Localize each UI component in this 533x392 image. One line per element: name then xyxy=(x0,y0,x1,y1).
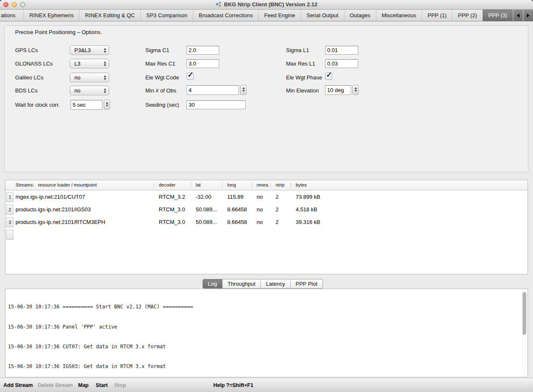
tab-observations-truncated[interactable]: ations xyxy=(0,10,24,21)
header-separator xyxy=(270,182,271,188)
tab-serial-output[interactable]: Serial Output xyxy=(301,10,344,21)
tab-ppp-3[interactable]: PPP (3) xyxy=(483,10,513,21)
cell-ntrip: 2 xyxy=(276,203,278,216)
header-separator xyxy=(191,182,191,188)
check-icon: ✓ xyxy=(326,70,332,79)
check-icon: ✓ xyxy=(187,70,194,79)
bnc-window: BKG Ntrip Client (BNC) Version 2.12 atio… xyxy=(0,0,533,392)
cell-decoder: RTCM_3.0 xyxy=(159,216,185,229)
wait-clock-input[interactable] xyxy=(71,100,102,110)
cell-ntrip: 2 xyxy=(276,191,278,203)
ppp-options-panel: Precise Point Positioning – Options. GPS… xyxy=(4,25,528,172)
log-text: 15-06-30 10:17:36 ========== Start BNC v… xyxy=(8,291,520,377)
cell-bytes: 4.518 kB xyxy=(296,203,317,216)
gps-lcs-label: GPS LCs xyxy=(15,45,38,55)
delete-stream-button: Delete Stream xyxy=(38,378,73,392)
tab-sp3-comparison[interactable]: SP3 Comparison xyxy=(140,10,193,21)
table-row[interactable]: 3 products.igs-ip.net:2101/RTCM3EPH RTCM… xyxy=(5,216,528,229)
header-separator xyxy=(154,182,154,188)
cell-decoder: RTCM_3.0 xyxy=(159,203,185,216)
tab-outages[interactable]: Outages xyxy=(344,10,376,21)
ele-wgt-code-checkbox[interactable]: ✓ xyxy=(186,73,194,80)
row-number[interactable]: 3 xyxy=(6,217,13,227)
gps-lcs-dropdown[interactable]: P3&L3 xyxy=(70,45,109,55)
min-elevation-spinner[interactable] xyxy=(352,85,359,95)
row-number[interactable]: 2 xyxy=(6,205,13,215)
header-lat: lat xyxy=(196,180,201,189)
cell-long: 8.66458 xyxy=(227,203,247,216)
cell-mountpoint: products.igs-ip.net:2101/RTCM3EPH xyxy=(16,216,105,229)
table-row[interactable]: 2 products.igs-ip.net:2101/IGS03 RTCM_3.… xyxy=(5,203,528,216)
tab-broadcast-corrections[interactable]: Broadcast Corrections xyxy=(193,10,258,21)
cell-long: 115.89 xyxy=(227,191,244,203)
cell-nmea: no xyxy=(257,191,263,203)
gps-lcs-value: P3&L3 xyxy=(74,46,91,55)
map-button[interactable]: Map xyxy=(78,378,89,392)
galileo-lcs-label: Galileo LCs xyxy=(15,73,43,82)
tab-rinex-ephemeris[interactable]: RINEX Ephemeris xyxy=(24,10,79,21)
tab-log[interactable]: Log xyxy=(203,279,222,288)
cell-bytes: 39.316 kB xyxy=(296,216,320,229)
log-output[interactable]: 15-06-30 10:17:36 ========== Start BNC v… xyxy=(5,289,528,377)
help-shortcut-label: Help ?=Shift+F1 xyxy=(213,378,253,392)
min-elevation-input[interactable] xyxy=(325,85,351,95)
header-mountpoint: Streams: resource loader / mountpoint xyxy=(16,180,97,189)
log-scrollbar-thumb[interactable] xyxy=(522,292,526,335)
galileo-lcs-dropdown[interactable]: no xyxy=(70,73,109,82)
tab-scroll-right-button[interactable] xyxy=(523,10,533,21)
glonass-lcs-label: GLONASS LCs xyxy=(15,59,53,68)
bds-lcs-label: BDS LCs xyxy=(15,86,37,95)
max-res-l1-label: Max Res L1 xyxy=(286,59,315,68)
app-icon xyxy=(215,1,222,8)
tab-scroll-left-button[interactable] xyxy=(513,10,523,21)
max-res-c1-input[interactable] xyxy=(186,59,219,68)
tab-miscellaneous[interactable]: Miscellaneous xyxy=(376,10,422,21)
cell-bytes: 73.899 kB xyxy=(296,191,320,203)
seeding-input[interactable] xyxy=(186,100,246,109)
sigma-l1-input[interactable] xyxy=(325,46,358,55)
tab-ppp-2[interactable]: PPP (2) xyxy=(452,10,482,21)
streams-table: Streams: resource loader / mountpoint de… xyxy=(5,180,528,274)
cell-nmea: no xyxy=(257,216,263,229)
bds-lcs-dropdown[interactable]: no xyxy=(70,86,109,95)
updown-arrows-icon xyxy=(104,61,106,66)
tab-throughput[interactable]: Throughput xyxy=(222,279,261,288)
start-button[interactable]: Start xyxy=(96,378,108,392)
min-obs-label: Min # of Obs xyxy=(145,86,176,95)
main-tab-bar: ations RINEX Ephemeris RINEX Editing & Q… xyxy=(0,10,533,21)
updown-arrows-icon xyxy=(242,87,245,92)
tab-scrollers xyxy=(513,10,533,21)
min-obs-input[interactable] xyxy=(186,85,239,95)
header-ntrip: ntrip xyxy=(276,180,284,189)
ele-wgt-phase-checkbox[interactable]: ✓ xyxy=(325,73,332,80)
tab-latency[interactable]: Latency xyxy=(260,279,290,288)
table-row[interactable]: 1 mgex.igs-ip.net:2101/CUT07 RTCM_3.2 -3… xyxy=(5,191,528,203)
tab-feed-engine[interactable]: Feed Engine xyxy=(258,10,301,21)
header-separator xyxy=(252,182,252,188)
max-res-l1-input[interactable] xyxy=(325,59,358,68)
tab-ppp-plot[interactable]: PPP Plot xyxy=(290,279,323,288)
status-bar: Add Stream Delete Stream Map Start Stop … xyxy=(0,378,533,392)
add-stream-button[interactable]: Add Stream xyxy=(3,378,33,392)
cell-mountpoint: mgex.igs-ip.net:2101/CUT07 xyxy=(16,191,85,203)
seeding-label: Seeding (sec) xyxy=(145,100,179,110)
chevron-left-icon xyxy=(517,13,520,18)
streams-table-header: Streams: resource loader / mountpoint de… xyxy=(5,180,528,190)
wait-clock-spinner[interactable] xyxy=(104,100,110,110)
header-nmea: nmea xyxy=(257,180,268,189)
header-separator xyxy=(222,182,223,188)
sigma-c1-input[interactable] xyxy=(186,46,219,55)
tab-ppp-1[interactable]: PPP (1) xyxy=(422,10,452,21)
panel-title: Precise Point Positioning – Options. xyxy=(15,29,102,35)
row-number[interactable]: 1 xyxy=(6,192,13,202)
tab-rinex-editing-qc[interactable]: RINEX Editing & QC xyxy=(79,10,140,21)
cell-lat: 50.089... xyxy=(196,203,217,216)
title-bar: BKG Ntrip Client (BNC) Version 2.12 xyxy=(0,0,533,10)
row-number-empty xyxy=(6,230,13,240)
min-obs-spinner[interactable] xyxy=(240,85,247,95)
glonass-lcs-dropdown[interactable]: L3 xyxy=(70,59,109,68)
header-long: long xyxy=(227,180,236,189)
updown-arrows-icon xyxy=(104,75,106,80)
stop-button: Stop xyxy=(114,378,126,392)
log-scrollbar[interactable] xyxy=(522,290,527,376)
